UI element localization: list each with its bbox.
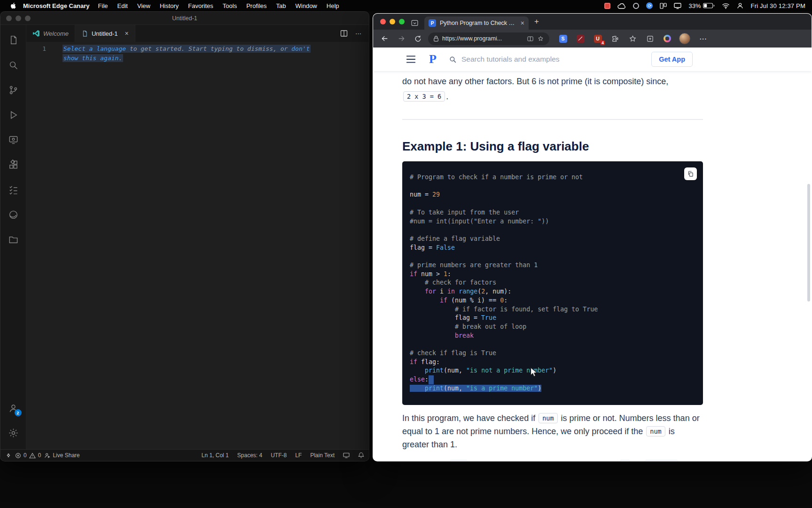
indentation[interactable]: Spaces: 4 xyxy=(237,452,262,459)
code-line: else: xyxy=(410,375,696,384)
settings-and-more-icon[interactable]: ⋯ xyxy=(699,34,707,43)
menu-item-tools[interactable]: Tools xyxy=(218,2,242,9)
wifi-icon[interactable] xyxy=(722,3,730,9)
address-bar[interactable]: https://www.programi... xyxy=(428,32,549,45)
errors-icon xyxy=(15,452,21,459)
checklist-icon[interactable] xyxy=(0,177,26,202)
vscode-status-bar: 0 0 Live Share Ln 1, Col 1 Spaces: 4 UTF… xyxy=(0,449,369,461)
menu-item-edit[interactable]: Edit xyxy=(113,2,133,9)
minimize-window-button[interactable] xyxy=(16,16,21,21)
remote-explorer-icon[interactable] xyxy=(0,127,26,152)
page-scrollbar-thumb[interactable] xyxy=(807,184,810,302)
problems-indicator[interactable]: 0 0 xyxy=(15,452,41,459)
display-icon[interactable] xyxy=(674,3,681,9)
close-tab-icon[interactable]: × xyxy=(125,30,129,37)
accounts-badge: 2 xyxy=(15,409,22,416)
menu-item-profiles[interactable]: Profiles xyxy=(242,2,271,9)
copilot-swirl-icon[interactable] xyxy=(662,33,673,44)
menu-item-window[interactable]: Window xyxy=(291,2,322,9)
menubar-clock[interactable]: Fri Jul 30 12:37 PM xyxy=(750,2,805,9)
cloud-icon[interactable] xyxy=(617,3,626,9)
code-line: print(num, "is not a prime number") xyxy=(410,366,696,375)
menu-item-help[interactable]: Help xyxy=(322,2,344,9)
tab-actions-menu-icon[interactable] xyxy=(411,19,419,27)
screencast-icon[interactable] xyxy=(343,452,350,458)
get-app-button[interactable]: Get App xyxy=(651,52,693,67)
close-window-button[interactable] xyxy=(6,16,12,21)
extension-s-icon[interactable]: S xyxy=(557,33,569,44)
divider xyxy=(402,119,703,120)
source-control-icon[interactable] xyxy=(0,78,26,103)
site-header: P Search tutorials and examples Get App xyxy=(373,48,812,71)
search-icon[interactable] xyxy=(0,53,26,78)
battery-percent: 33% xyxy=(688,2,701,9)
accounts-icon[interactable]: 2 xyxy=(0,396,26,421)
tab-title: Python Program to Check Prim... xyxy=(440,20,517,26)
menubar-app-name[interactable]: Microsoft Edge Canary xyxy=(23,2,90,9)
close-tab-icon[interactable]: × xyxy=(521,19,524,27)
profile-avatar[interactable] xyxy=(679,33,690,44)
run-debug-icon[interactable] xyxy=(0,103,26,127)
zoom-window-button[interactable] xyxy=(25,16,31,21)
status-circle-icon[interactable] xyxy=(633,3,639,9)
sync-icon[interactable]: ⟳ xyxy=(646,2,653,9)
settings-gear-icon[interactable] xyxy=(0,421,26,445)
refresh-button[interactable] xyxy=(412,32,424,45)
notifications-bell-icon[interactable] xyxy=(358,452,364,459)
article-paragraph: We check if num is exactly divisible by … xyxy=(402,459,703,461)
edge-traffic-lights xyxy=(380,19,405,24)
hamburger-menu-icon[interactable] xyxy=(406,56,416,63)
extensions-icon[interactable] xyxy=(0,152,26,177)
code-line xyxy=(410,340,696,349)
split-editor-icon[interactable] xyxy=(340,30,348,37)
new-tab-button[interactable]: + xyxy=(534,17,539,26)
split-screen-icon[interactable] xyxy=(527,35,534,42)
menubar-status-icons: ⟳ 33% Fri Jul 30 12:37 PM xyxy=(604,2,805,9)
extension-red-icon[interactable] xyxy=(575,33,586,44)
edge-devtools-icon[interactable] xyxy=(0,202,26,227)
tab-untitled-1[interactable]: Untitled-1 × xyxy=(75,25,135,42)
zoom-window-button[interactable] xyxy=(399,19,405,24)
folder-icon[interactable] xyxy=(0,227,26,252)
add-favorite-star-icon[interactable] xyxy=(537,35,544,42)
remote-indicator-icon[interactable] xyxy=(5,452,12,459)
collections-icon[interactable] xyxy=(644,33,656,44)
site-permissions-lock-icon xyxy=(433,35,439,42)
extensions-puzzle-icon[interactable] xyxy=(609,33,621,44)
close-window-button[interactable] xyxy=(380,19,386,24)
editor-more-actions-icon[interactable]: ⋯ xyxy=(355,30,361,37)
battery-indicator[interactable]: 33% xyxy=(688,2,715,9)
cursor-position[interactable]: Ln 1, Col 1 xyxy=(202,452,229,459)
programiz-logo[interactable]: P xyxy=(427,53,438,65)
tab-welcome[interactable]: Welcome xyxy=(26,25,75,42)
explorer-icon[interactable] xyxy=(0,28,26,53)
apple-menu-icon[interactable] xyxy=(10,2,16,9)
recording-indicator-icon[interactable] xyxy=(604,3,610,9)
ublock-extension-icon[interactable]: U 4 xyxy=(592,33,603,44)
fast-user-switch-icon[interactable] xyxy=(737,2,743,9)
menu-item-history[interactable]: History xyxy=(155,2,183,9)
site-search[interactable]: Search tutorials and examples xyxy=(449,55,651,64)
forward-button[interactable] xyxy=(395,32,407,45)
article-content: do not have any other factors. But 6 is … xyxy=(402,75,703,461)
edge-tab-strip: P Python Program to Check Prim... × + xyxy=(373,14,812,30)
language-mode[interactable]: Plain Text xyxy=(310,452,335,459)
eol-sequence[interactable]: LF xyxy=(295,452,302,459)
select-language-link[interactable]: Select a language xyxy=(63,45,126,52)
tiles-icon[interactable] xyxy=(660,3,667,9)
back-button[interactable] xyxy=(379,32,391,45)
minimize-window-button[interactable] xyxy=(390,19,395,24)
code-line: #num = int(input("Enter a number: ")) xyxy=(410,217,696,226)
code-block[interactable]: # Program to check if a number is prime … xyxy=(402,161,703,405)
menu-item-view[interactable]: View xyxy=(133,2,155,9)
menu-item-tab[interactable]: Tab xyxy=(272,2,291,9)
menu-item-file[interactable]: File xyxy=(94,2,113,9)
vscode-titlebar[interactable]: Untitled-1 xyxy=(0,12,369,25)
menu-item-favorites[interactable]: Favorites xyxy=(183,2,218,9)
editor-pane[interactable]: 1 Select a language to get started. Star… xyxy=(26,42,369,449)
encoding[interactable]: UTF-8 xyxy=(271,452,287,459)
browser-tab-programiz[interactable]: P Python Program to Check Prim... × xyxy=(424,16,529,30)
live-share-button[interactable]: Live Share xyxy=(44,452,79,459)
copy-code-button[interactable] xyxy=(684,167,697,180)
favorites-star-icon[interactable] xyxy=(627,33,638,44)
